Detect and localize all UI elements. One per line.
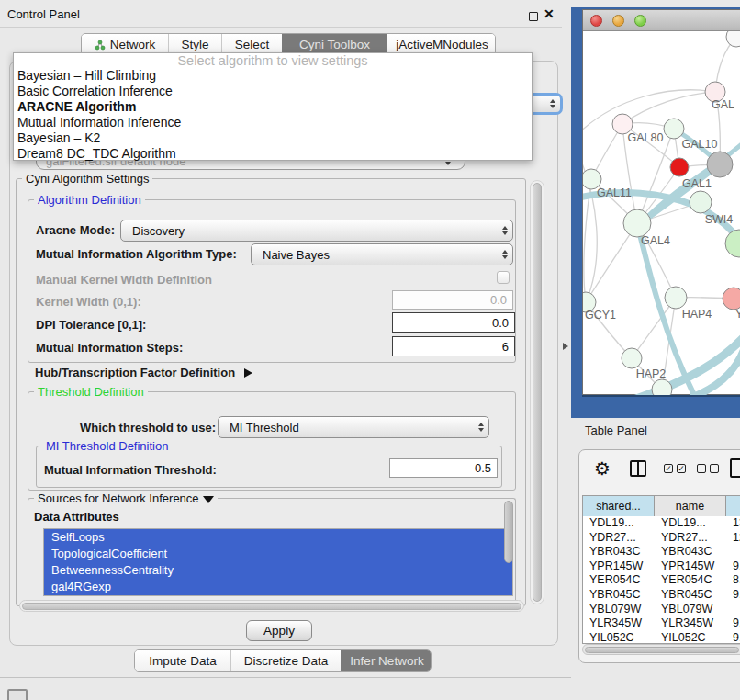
close-traffic-light-icon[interactable] bbox=[590, 15, 602, 27]
table-row[interactable]: YIL052CYIL052C9. bbox=[583, 631, 740, 644]
mi-threshold-field[interactable]: 0.5 bbox=[389, 458, 498, 478]
dropdown-item-bayesian-k2[interactable]: Bayesian – K2 bbox=[14, 130, 532, 146]
float-window-icon[interactable] bbox=[529, 12, 538, 21]
dpi-tolerance-field[interactable]: 0.0 bbox=[392, 312, 515, 333]
network-icon bbox=[95, 40, 106, 51]
network-node-hap2[interactable] bbox=[622, 348, 642, 368]
table-cell bbox=[726, 603, 740, 617]
network-window-titlebar[interactable] bbox=[583, 10, 740, 31]
network-canvas[interactable]: GALGAL80GAL10GAL1GAL11SWI4GAL4YHAP4GCY1H… bbox=[583, 31, 740, 395]
table-row[interactable]: YLR345WYLR345W9. bbox=[583, 616, 740, 631]
table-panel: ⚙ ✓✓ shared...nameA YDL19...YDL19...13YD… bbox=[578, 449, 740, 663]
dropdown-item-basic-correlation-inference[interactable]: Basic Correlation Inference bbox=[14, 84, 532, 99]
node-label-swi4: SWI4 bbox=[705, 213, 734, 226]
network-node-gal4[interactable] bbox=[623, 209, 651, 237]
table-cell: YPR145W bbox=[655, 559, 726, 574]
minimize-traffic-light-icon[interactable] bbox=[612, 15, 624, 27]
scrollbar-thumb[interactable] bbox=[533, 183, 542, 602]
node-label-hap2: HAP2 bbox=[636, 367, 667, 380]
split-columns-icon[interactable] bbox=[630, 460, 646, 477]
control-panel-titlebar: Control Panel ✕ bbox=[0, 0, 562, 28]
apply-button[interactable]: Apply bbox=[246, 620, 312, 641]
table-cell: YBR045C bbox=[583, 588, 655, 603]
settings-horizontal-scrollbar[interactable] bbox=[19, 600, 524, 612]
tab-discretize-data[interactable]: Discretize Data bbox=[230, 650, 341, 671]
network-node-swi4[interactable] bbox=[690, 191, 712, 213]
table-row[interactable]: YBL079WYBL079W bbox=[583, 603, 740, 617]
dropdown-item-dream8-dc-tdc-algorithm[interactable]: Dream8 DC_TDC Algorithm bbox=[14, 146, 532, 162]
network-node[interactable] bbox=[652, 379, 672, 395]
column-header-name[interactable]: name bbox=[655, 496, 726, 516]
data-attributes-label: Data Attributes bbox=[34, 510, 119, 524]
which-threshold-combo[interactable]: MI Threshold bbox=[218, 416, 489, 438]
column-header-shared[interactable]: shared... bbox=[583, 496, 655, 516]
algorithm-dropdown: Select algorithm to view settings Bayesi… bbox=[13, 52, 533, 161]
zoom-traffic-light-icon[interactable] bbox=[634, 15, 646, 27]
attribute-item-topologicalcoefficient[interactable]: TopologicalCoefficient bbox=[44, 546, 512, 562]
table-row[interactable]: YDL19...YDL19...13 bbox=[583, 516, 740, 531]
bottom-tabbar: Impute DataDiscretize DataInfer Network bbox=[134, 649, 432, 672]
splitter-handle[interactable] bbox=[563, 343, 568, 350]
table-row[interactable]: YBR043CYBR043C bbox=[583, 545, 740, 559]
table-header-row: shared...nameA bbox=[583, 496, 740, 516]
table-horizontal-scrollbar[interactable] bbox=[582, 644, 740, 655]
column-header-a[interactable]: A bbox=[726, 496, 740, 516]
table-row[interactable]: YER054CYER054C8. bbox=[583, 573, 740, 588]
collapsed-panel-icon[interactable] bbox=[7, 689, 28, 700]
combo-stepper-icon bbox=[498, 226, 512, 235]
deselect-all-columns-icon[interactable] bbox=[697, 464, 719, 473]
table-cell: 8. bbox=[726, 573, 740, 588]
attribute-item-betweennesscentrality[interactable]: BetweennessCentrality bbox=[44, 562, 512, 579]
algorithm-definition-title: Algorithm Definition bbox=[34, 193, 145, 207]
mi-threshold-definition-title: MI Threshold Definition bbox=[42, 439, 172, 453]
tab-label: Network bbox=[110, 38, 156, 51]
network-node-hap4[interactable] bbox=[665, 287, 687, 309]
select-all-columns-icon[interactable]: ✓✓ bbox=[664, 464, 686, 473]
network-node-gal10[interactable] bbox=[664, 119, 684, 139]
close-icon[interactable]: ✕ bbox=[544, 6, 555, 21]
table-cell: YIL052C bbox=[655, 631, 726, 644]
scrollbar-thumb[interactable] bbox=[22, 603, 521, 610]
mi-steps-label: Mutual Information Steps: bbox=[36, 341, 183, 355]
network-edge[interactable] bbox=[622, 92, 715, 124]
node-label-y: Y bbox=[735, 308, 740, 321]
manual-kernel-width-checkbox[interactable] bbox=[497, 271, 510, 284]
attribute-item-selfloops[interactable]: SelfLoops bbox=[44, 529, 512, 546]
scrollbar-thumb[interactable] bbox=[585, 647, 739, 653]
tab-infer-network[interactable]: Infer Network bbox=[341, 650, 432, 671]
node-label-gal10: GAL10 bbox=[682, 138, 718, 151]
network-edge[interactable] bbox=[583, 90, 715, 134]
table-row[interactable]: YBR045CYBR045C9. bbox=[583, 588, 740, 603]
mi-steps-field[interactable]: 6 bbox=[392, 336, 515, 356]
table-row[interactable]: YPR145WYPR145W9. bbox=[583, 559, 740, 574]
table-cell: YER054C bbox=[655, 573, 726, 588]
kernel-width-field[interactable]: 0.0 bbox=[392, 290, 513, 310]
mi-algorithm-type-combo[interactable]: Naive Bayes bbox=[251, 243, 513, 265]
dropdown-item-bayesian-hill-climbing[interactable]: Bayesian – Hill Climbing bbox=[14, 68, 532, 84]
new-table-icon[interactable] bbox=[730, 458, 740, 478]
hub-definition-toggle[interactable]: Hub/Transcription Factor Definition bbox=[35, 366, 252, 379]
attribute-item-gal4rgexp[interactable]: gal4RGexp bbox=[44, 579, 512, 595]
node-label-gal1: GAL1 bbox=[682, 177, 712, 190]
tab-impute-data[interactable]: Impute Data bbox=[135, 650, 230, 671]
attributes-scrollbar[interactable] bbox=[504, 501, 513, 563]
table-cell: YDL19... bbox=[583, 516, 655, 531]
mi-algorithm-type-label: Mutual Information Algorithm Type: bbox=[36, 247, 237, 261]
table-cell: 9. bbox=[726, 631, 740, 644]
network-node[interactable] bbox=[726, 31, 740, 47]
network-node-y[interactable] bbox=[723, 288, 740, 310]
gear-icon[interactable]: ⚙ bbox=[594, 457, 611, 480]
network-node[interactable] bbox=[725, 230, 740, 257]
network-node-gal1[interactable] bbox=[670, 158, 689, 176]
data-attributes-list[interactable]: SelfLoopsTopologicalCoefficientBetweenne… bbox=[43, 528, 513, 596]
aracne-mode-combo[interactable]: Discovery bbox=[120, 220, 513, 242]
dropdown-item-aracne-algorithm[interactable]: ARACNE Algorithm bbox=[14, 99, 532, 115]
settings-vertical-scrollbar[interactable] bbox=[530, 180, 544, 604]
sources-group: Sources for Network Inference Data Attri… bbox=[28, 498, 516, 607]
table-row[interactable]: YDR27...YDR27...12 bbox=[583, 531, 740, 546]
dropdown-item-mutual-information-inference[interactable]: Mutual Information Inference bbox=[14, 115, 532, 130]
table-cell: YBL079W bbox=[655, 603, 726, 617]
network-node[interactable] bbox=[707, 152, 733, 177]
sources-group-title[interactable]: Sources for Network Inference bbox=[34, 491, 218, 505]
mi-threshold-label: Mutual Information Threshold: bbox=[44, 463, 217, 477]
